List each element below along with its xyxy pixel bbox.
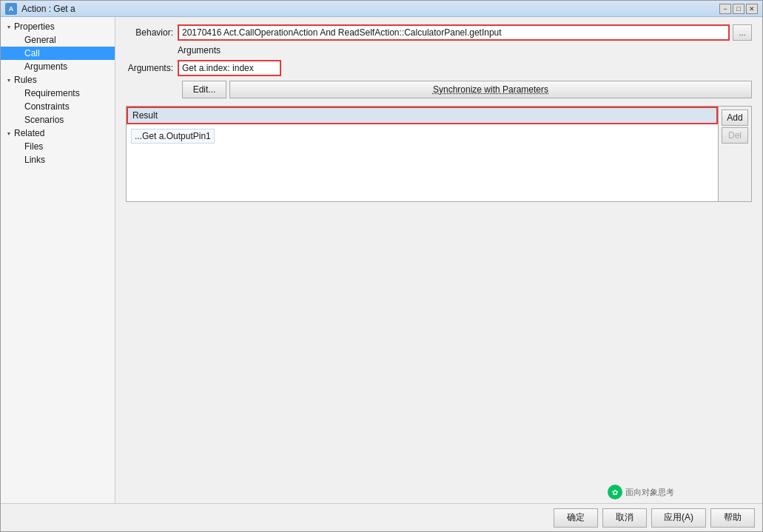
edit-button[interactable]: Edit... [182, 81, 226, 98]
arguments-section-row: Arguments [126, 45, 752, 58]
sidebar-label-call: Call [24, 48, 40, 58]
maximize-button[interactable]: □ [733, 4, 744, 14]
right-panel: Behavior: ... Arguments Arguments: [115, 17, 762, 503]
sidebar: Properties – General – Call – Arguments … [1, 17, 115, 503]
sidebar-item-constraints[interactable]: – Constraints [1, 100, 115, 113]
sidebar-item-general[interactable]: – General [1, 33, 115, 47]
sidebar-item-properties[interactable]: Properties [1, 20, 115, 33]
leaf-icon-scenarios: – [14, 115, 24, 125]
browse-button[interactable]: ... [733, 24, 752, 41]
result-section: Result ...Get a.OutputPin1 Add Del [126, 106, 752, 202]
sidebar-label-requirements: Requirements [24, 88, 80, 98]
expand-icon-related [4, 128, 14, 138]
sidebar-item-rules[interactable]: Rules [1, 73, 115, 87]
footer: ✿ 面向对象思考 确定 取消 应用(A) 帮助 [1, 503, 762, 531]
watermark-text: 面向对象思考 [625, 487, 674, 498]
arguments-label: Arguments: [126, 63, 178, 73]
arguments-input-wrapper [178, 60, 752, 76]
sidebar-item-arguments[interactable]: – Arguments [1, 60, 115, 73]
arguments-input[interactable] [178, 60, 281, 76]
sidebar-item-requirements[interactable]: – Requirements [1, 87, 115, 100]
cancel-button[interactable]: 取消 [602, 508, 647, 528]
leaf-icon-constraints: – [14, 101, 24, 112]
behavior-row: Behavior: ... [126, 24, 752, 41]
apply-button[interactable]: 应用(A) [651, 508, 706, 528]
sidebar-label-scenarios: Scenarios [24, 115, 64, 125]
leaf-icon-call: – [14, 48, 24, 58]
confirm-button[interactable]: 确定 [554, 508, 598, 528]
title-bar-left: A Action : Get a [5, 3, 75, 15]
arguments-row: Arguments: [126, 60, 752, 76]
arguments-section-label: Arguments [178, 45, 221, 55]
sidebar-label-general: General [24, 35, 56, 45]
result-panel: Result ...Get a.OutputPin1 [126, 106, 719, 202]
sidebar-item-links[interactable]: – Links [1, 153, 115, 166]
sync-button[interactable]: Synchronize with Parameters [229, 81, 752, 98]
sidebar-item-files[interactable]: – Files [1, 140, 115, 153]
close-button[interactable]: ✕ [746, 4, 758, 14]
leaf-icon-arguments: – [14, 61, 24, 72]
main-content: Properties – General – Call – Arguments … [1, 17, 762, 503]
leaf-icon-requirements: – [14, 88, 24, 98]
main-window: A Action : Get a − □ ✕ Properties – Gene… [0, 0, 763, 532]
sidebar-label-related: Related [14, 128, 44, 138]
behavior-label: Behavior: [126, 27, 178, 38]
behavior-input-wrapper: ... [178, 24, 752, 41]
window-icon: A [5, 3, 17, 15]
watermark: ✿ 面向对象思考 [608, 485, 674, 499]
window-title: Action : Get a [21, 4, 75, 14]
behavior-input[interactable] [178, 24, 730, 41]
help-button[interactable]: 帮助 [710, 508, 755, 528]
action-buttons-row: Edit... Synchronize with Parameters [182, 81, 752, 98]
add-button[interactable]: Add [722, 110, 748, 126]
minimize-button[interactable]: − [719, 4, 731, 14]
sidebar-item-related[interactable]: Related [1, 127, 115, 140]
leaf-icon-links: – [14, 155, 24, 165]
wechat-icon: ✿ [608, 485, 622, 499]
title-bar: A Action : Get a − □ ✕ [1, 1, 762, 17]
leaf-icon-general: – [14, 35, 24, 45]
sidebar-item-call[interactable]: – Call [1, 47, 115, 60]
leaf-icon-files: – [14, 141, 24, 152]
result-body: ...Get a.OutputPin1 [127, 124, 718, 148]
sidebar-label-links: Links [24, 155, 45, 165]
del-button[interactable]: Del [722, 127, 748, 144]
result-controls: Add Del [719, 106, 752, 202]
sidebar-item-scenarios[interactable]: – Scenarios [1, 113, 115, 127]
sidebar-label-constraints: Constraints [24, 101, 70, 112]
result-header: Result [127, 107, 718, 124]
sidebar-label-properties: Properties [14, 21, 55, 32]
result-item[interactable]: ...Get a.OutputPin1 [131, 129, 215, 144]
expand-icon-rules [4, 75, 14, 85]
sidebar-label-rules: Rules [14, 75, 37, 85]
sidebar-label-files: Files [24, 141, 43, 152]
sidebar-label-arguments: Arguments [24, 61, 67, 72]
expand-icon-properties [4, 21, 14, 32]
title-bar-controls: − □ ✕ [719, 4, 758, 14]
